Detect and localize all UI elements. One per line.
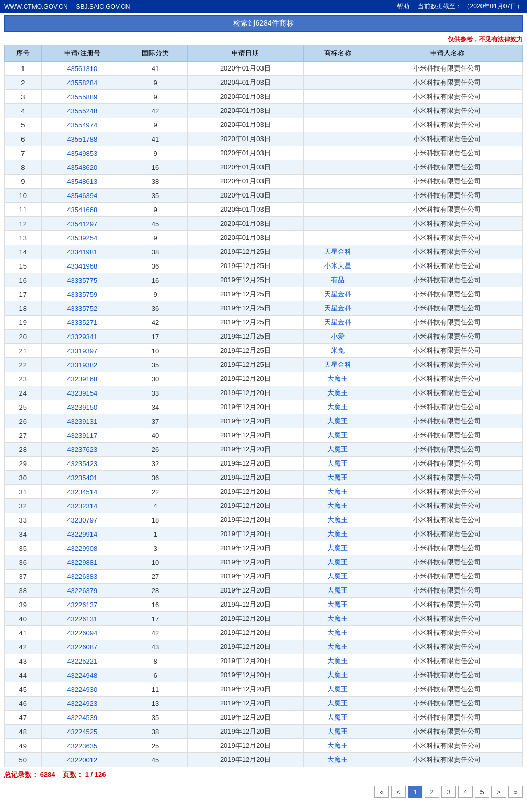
cell-trademark-name[interactable]: 大魔王 <box>303 555 372 570</box>
appno-link[interactable]: 43335752 <box>67 305 97 312</box>
cell-appno[interactable]: 43224923 <box>41 697 123 711</box>
appno-link[interactable]: 43555889 <box>67 93 97 101</box>
appno-link[interactable]: 43229881 <box>67 559 97 566</box>
appno-link[interactable]: 43239117 <box>67 432 97 439</box>
cell-trademark-name[interactable]: 大魔王 <box>303 527 372 541</box>
appno-link[interactable]: 43232314 <box>67 502 97 510</box>
trademark-name-link[interactable]: 大魔王 <box>327 600 348 608</box>
trademark-name-link[interactable]: 大魔王 <box>327 643 348 651</box>
cell-trademark-name[interactable]: 大魔王 <box>303 598 372 612</box>
appno-link[interactable]: 43229914 <box>67 530 97 538</box>
trademark-name-link[interactable]: 大魔王 <box>327 544 348 552</box>
next-page-button[interactable]: > <box>491 786 506 798</box>
appno-link[interactable]: 43226087 <box>67 643 97 651</box>
cell-appno[interactable]: 43558284 <box>41 76 123 90</box>
trademark-name-link[interactable]: 大魔王 <box>327 459 348 467</box>
cell-trademark-name[interactable]: 大魔王 <box>303 414 372 428</box>
appno-link[interactable]: 43224948 <box>67 671 97 679</box>
appno-link[interactable]: 43341981 <box>67 248 97 256</box>
page-2-button[interactable]: 2 <box>425 786 439 798</box>
cell-trademark-name[interactable]: 大魔王 <box>303 485 372 499</box>
cell-trademark-name[interactable]: 大魔王 <box>303 682 372 697</box>
cell-appno[interactable]: 43539254 <box>41 231 123 245</box>
cell-appno[interactable]: 43224930 <box>41 682 123 697</box>
help-link[interactable]: 帮助 <box>397 2 409 11</box>
appno-link[interactable]: 43235401 <box>67 474 97 482</box>
cell-appno[interactable]: 43230797 <box>41 513 123 527</box>
trademark-name-link[interactable]: 大魔王 <box>327 572 348 580</box>
cell-trademark-name[interactable]: 大魔王 <box>303 626 372 640</box>
cell-trademark-name[interactable]: 大魔王 <box>303 584 372 598</box>
cell-trademark-name[interactable]: 小爱 <box>303 330 372 344</box>
site2-link[interactable]: SBJ.SAIC.GOV.CN <box>76 3 130 10</box>
cell-appno[interactable]: 43229881 <box>41 555 123 570</box>
trademark-name-link[interactable]: 小爱 <box>331 332 345 340</box>
appno-link[interactable]: 43220012 <box>67 756 97 764</box>
cell-appno[interactable]: 43239131 <box>41 414 123 428</box>
trademark-name-link[interactable]: 大魔王 <box>327 629 348 636</box>
cell-trademark-name[interactable]: 大魔王 <box>303 471 372 485</box>
cell-trademark-name[interactable]: 天星金科 <box>303 301 372 316</box>
appno-link[interactable]: 43230797 <box>67 516 97 524</box>
appno-link[interactable]: 43548613 <box>67 178 97 185</box>
cell-appno[interactable]: 43225221 <box>41 654 123 668</box>
cell-trademark-name[interactable]: 大魔王 <box>303 513 372 527</box>
page-1-button[interactable]: 1 <box>408 786 422 798</box>
trademark-name-link[interactable]: 大魔王 <box>327 713 348 721</box>
cell-appno[interactable]: 43561310 <box>41 62 123 76</box>
cell-appno[interactable]: 43551788 <box>41 132 123 146</box>
cell-appno[interactable]: 43224539 <box>41 711 123 725</box>
cell-appno[interactable]: 43239150 <box>41 400 123 414</box>
appno-link[interactable]: 43239150 <box>67 403 97 411</box>
cell-trademark-name[interactable]: 大魔王 <box>303 711 372 725</box>
cell-trademark-name[interactable]: 天星金科 <box>303 287 372 301</box>
cell-trademark-name[interactable]: 大魔王 <box>303 725 372 739</box>
appno-link[interactable]: 43235423 <box>67 460 97 468</box>
trademark-name-link[interactable]: 天星金科 <box>324 318 351 326</box>
cell-appno[interactable]: 43226379 <box>41 584 123 598</box>
appno-link[interactable]: 43319397 <box>67 347 97 355</box>
appno-link[interactable]: 43237623 <box>67 446 97 454</box>
cell-trademark-name[interactable]: 大魔王 <box>303 570 372 584</box>
appno-link[interactable]: 43224525 <box>67 728 97 736</box>
cell-appno[interactable]: 43546394 <box>41 189 123 203</box>
appno-link[interactable]: 43239131 <box>67 417 97 425</box>
trademark-name-link[interactable]: 大魔王 <box>327 727 348 735</box>
appno-link[interactable]: 43341968 <box>67 262 97 270</box>
trademark-name-link[interactable]: 米兔 <box>331 346 345 354</box>
cell-appno[interactable]: 43541668 <box>41 203 123 217</box>
trademark-name-link[interactable]: 大魔王 <box>327 375 348 382</box>
cell-appno[interactable]: 43319397 <box>41 344 123 358</box>
trademark-name-link[interactable]: 天星金科 <box>324 304 351 312</box>
last-page-button[interactable]: » <box>508 786 523 798</box>
appno-link[interactable]: 43223635 <box>67 742 97 750</box>
cell-appno[interactable]: 43235423 <box>41 457 123 471</box>
cell-appno[interactable]: 43329341 <box>41 330 123 344</box>
page-3-button[interactable]: 3 <box>441 786 456 798</box>
trademark-name-link[interactable]: 大魔王 <box>327 530 348 538</box>
trademark-name-link[interactable]: 大魔王 <box>327 516 348 524</box>
trademark-name-link[interactable]: 小米天星 <box>324 262 351 270</box>
appno-link[interactable]: 43555248 <box>67 107 97 115</box>
cell-appno[interactable]: 43549853 <box>41 146 123 160</box>
appno-link[interactable]: 43335759 <box>67 291 97 298</box>
cell-trademark-name[interactable]: 大魔王 <box>303 499 372 513</box>
cell-trademark-name[interactable]: 米兔 <box>303 344 372 358</box>
cell-trademark-name[interactable]: 大魔王 <box>303 640 372 654</box>
trademark-name-link[interactable]: 大魔王 <box>327 488 348 495</box>
cell-trademark-name[interactable]: 大魔王 <box>303 428 372 443</box>
trademark-name-link[interactable]: 大魔王 <box>327 558 348 566</box>
trademark-name-link[interactable]: 大魔王 <box>327 445 348 453</box>
appno-link[interactable]: 43224539 <box>67 714 97 722</box>
appno-link[interactable]: 43224930 <box>67 686 97 693</box>
trademark-name-link[interactable]: 大魔王 <box>327 403 348 411</box>
cell-appno[interactable]: 43548620 <box>41 160 123 175</box>
cell-appno[interactable]: 43237623 <box>41 443 123 457</box>
cell-appno[interactable]: 43335752 <box>41 301 123 316</box>
cell-trademark-name[interactable]: 大魔王 <box>303 372 372 386</box>
cell-appno[interactable]: 43220012 <box>41 753 123 767</box>
trademark-name-link[interactable]: 大魔王 <box>327 431 348 439</box>
appno-link[interactable]: 43319382 <box>67 361 97 369</box>
trademark-name-link[interactable]: 大魔王 <box>327 657 348 665</box>
cell-appno[interactable]: 43555889 <box>41 90 123 104</box>
